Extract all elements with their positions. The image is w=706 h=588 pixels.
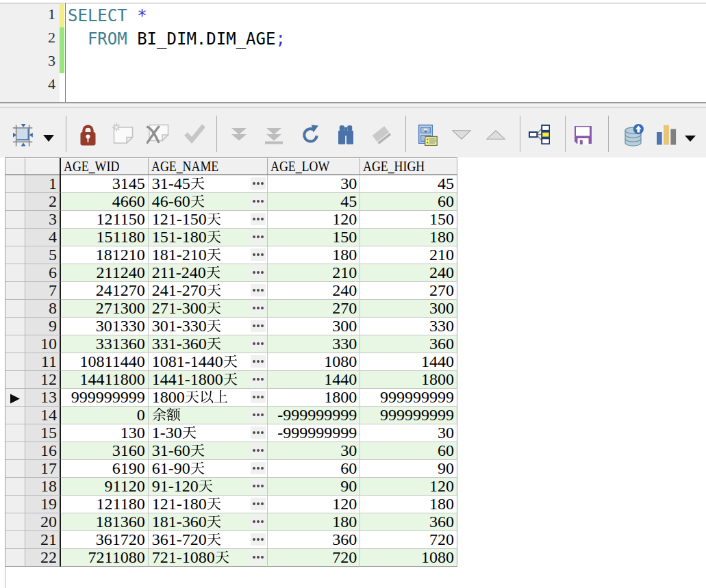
cell-age-high[interactable]: 330 bbox=[360, 318, 457, 335]
cell-age-low[interactable]: 210 bbox=[268, 264, 360, 282]
row-marker-cell[interactable] bbox=[5, 531, 25, 549]
cell-ellipsis-button[interactable] bbox=[251, 533, 266, 546]
cell-age-name[interactable]: 91-120 bbox=[149, 478, 268, 496]
cell-age-high[interactable]: 270 bbox=[360, 282, 457, 300]
cell-age-high[interactable]: 1080 bbox=[360, 549, 457, 567]
cell-ellipsis-button[interactable] bbox=[251, 426, 266, 439]
cell-age-wid[interactable]: 3145 bbox=[61, 175, 149, 193]
fetch-size-button[interactable] bbox=[12, 123, 34, 150]
cell-age-high[interactable]: 240 bbox=[360, 264, 457, 282]
cell-age-low[interactable]: 240 bbox=[268, 282, 360, 300]
cell-age-high[interactable]: 999999999 bbox=[360, 407, 457, 424]
cell-age-high[interactable]: 1440 bbox=[360, 353, 457, 371]
cell-age-name[interactable]: 271-300 bbox=[149, 300, 268, 318]
cell-age-high[interactable]: 210 bbox=[360, 246, 457, 264]
row-number-cell[interactable]: 11 bbox=[25, 353, 61, 371]
cell-ellipsis-button[interactable] bbox=[251, 409, 266, 421]
row-marker-cell[interactable] bbox=[5, 549, 25, 567]
cell-age-wid[interactable]: 91120 bbox=[61, 478, 149, 496]
row-number-cell[interactable]: 19 bbox=[25, 496, 61, 513]
row-marker-cell[interactable] bbox=[5, 353, 25, 371]
row-number-cell[interactable]: 10 bbox=[25, 335, 61, 353]
cell-age-low[interactable]: 30 bbox=[268, 175, 360, 193]
row-number-cell[interactable]: 5 bbox=[25, 246, 61, 264]
row-number-cell[interactable]: 20 bbox=[25, 513, 61, 531]
row-marker-cell[interactable] bbox=[5, 513, 25, 531]
row-number-cell[interactable]: 9 bbox=[25, 318, 61, 335]
row-number-cell[interactable]: 6 bbox=[25, 264, 61, 282]
row-number-cell[interactable]: 13 bbox=[25, 389, 61, 407]
cell-age-high[interactable]: 1800 bbox=[360, 371, 457, 389]
cell-age-low[interactable]: 90 bbox=[268, 478, 360, 496]
cell-ellipsis-button[interactable] bbox=[251, 462, 266, 474]
erase-button[interactable] bbox=[372, 125, 391, 147]
cell-age-low[interactable]: 1440 bbox=[268, 371, 360, 389]
cell-age-name[interactable]: 181-360 bbox=[149, 513, 268, 531]
cell-age-wid[interactable]: 331360 bbox=[61, 335, 149, 353]
cell-age-name[interactable]: 331-360 bbox=[149, 335, 268, 353]
row-number-cell[interactable]: 2 bbox=[25, 193, 61, 211]
cell-age-low[interactable]: -999999999 bbox=[268, 407, 360, 424]
row-marker-cell[interactable] bbox=[5, 282, 25, 300]
row-marker-cell[interactable] bbox=[5, 318, 25, 335]
cell-age-low[interactable]: 45 bbox=[268, 193, 360, 211]
cell-age-wid[interactable]: 4660 bbox=[61, 193, 149, 211]
row-marker-cell[interactable] bbox=[5, 424, 25, 442]
cell-age-name[interactable]: 301-330 bbox=[149, 318, 268, 335]
delete-row-button[interactable] bbox=[147, 123, 169, 148]
cell-age-name[interactable]: 1441-1800 bbox=[149, 371, 268, 389]
cell-age-wid[interactable]: 271300 bbox=[61, 300, 149, 318]
cell-age-low[interactable]: 1800 bbox=[268, 389, 360, 407]
cell-ellipsis-button[interactable] bbox=[251, 284, 266, 296]
fetch-all-rows-button[interactable] bbox=[265, 128, 283, 147]
cell-age-high[interactable]: 300 bbox=[360, 300, 457, 318]
code-line[interactable]: SELECT * bbox=[68, 4, 705, 27]
cell-age-low[interactable]: 360 bbox=[268, 531, 360, 549]
fetch-size-dropdown-button[interactable] bbox=[43, 132, 54, 144]
save-grid-button[interactable] bbox=[574, 125, 592, 147]
cell-age-high[interactable]: 120 bbox=[360, 478, 457, 496]
cell-age-name[interactable]: 1081-1440 bbox=[149, 353, 268, 371]
code-line[interactable] bbox=[68, 74, 705, 97]
cell-age-low[interactable]: 180 bbox=[268, 513, 360, 531]
row-marker-cell[interactable] bbox=[5, 335, 25, 353]
cell-age-name[interactable]: 121-180 bbox=[149, 496, 268, 513]
sql-editor-pane[interactable]: 1234 SELECT * FROM BI_DIM.DIM_AGE; bbox=[0, 0, 706, 102]
cell-ellipsis-button[interactable] bbox=[251, 320, 266, 332]
row-number-cell[interactable]: 15 bbox=[25, 424, 61, 442]
cell-age-wid[interactable]: 361720 bbox=[61, 531, 149, 549]
cell-ellipsis-button[interactable] bbox=[251, 391, 266, 403]
row-marker-cell[interactable] bbox=[5, 371, 25, 389]
cell-age-high[interactable]: 360 bbox=[360, 335, 457, 353]
cell-ellipsis-button[interactable] bbox=[251, 213, 266, 225]
export-data-button[interactable] bbox=[625, 124, 644, 149]
row-marker-cell[interactable] bbox=[5, 496, 25, 513]
cell-age-name[interactable]: 31-45 bbox=[149, 175, 268, 193]
go-up-button[interactable] bbox=[486, 130, 505, 142]
cell-age-high[interactable]: 999999999 bbox=[360, 389, 457, 407]
cell-age-name[interactable]: 61-90 bbox=[149, 460, 268, 478]
cell-age-wid[interactable]: 14411800 bbox=[61, 371, 149, 389]
row-marker-cell[interactable] bbox=[5, 460, 25, 478]
cell-age-low[interactable]: 30 bbox=[268, 442, 360, 460]
cell-age-name[interactable] bbox=[149, 407, 268, 424]
code-line[interactable]: FROM BI_DIM.DIM_AGE; bbox=[68, 27, 705, 51]
row-number-cell[interactable]: 12 bbox=[25, 371, 61, 389]
fetch-next-rows-button[interactable] bbox=[231, 128, 247, 144]
cell-ellipsis-button[interactable] bbox=[251, 177, 266, 190]
cell-age-name[interactable]: 721-1080 bbox=[149, 549, 268, 567]
row-number-cell[interactable]: 1 bbox=[25, 175, 61, 193]
cell-age-high[interactable]: 90 bbox=[360, 460, 457, 478]
cell-age-name[interactable]: 361-720 bbox=[149, 531, 268, 549]
column-header-age-high[interactable]: AGE_HIGH bbox=[360, 158, 457, 175]
find-button[interactable] bbox=[338, 125, 353, 147]
cell-ellipsis-button[interactable] bbox=[251, 444, 266, 457]
row-marker-cell[interactable] bbox=[5, 389, 25, 407]
cell-age-name[interactable]: 1-30 bbox=[149, 424, 268, 442]
cell-age-wid[interactable]: 121180 bbox=[61, 496, 149, 513]
cell-age-name[interactable]: 1800 bbox=[149, 389, 268, 407]
cell-age-name[interactable]: 181-210 bbox=[149, 246, 268, 264]
row-marker-cell[interactable] bbox=[5, 229, 25, 246]
cell-ellipsis-button[interactable] bbox=[251, 498, 266, 510]
cell-age-high[interactable]: 60 bbox=[360, 193, 457, 211]
